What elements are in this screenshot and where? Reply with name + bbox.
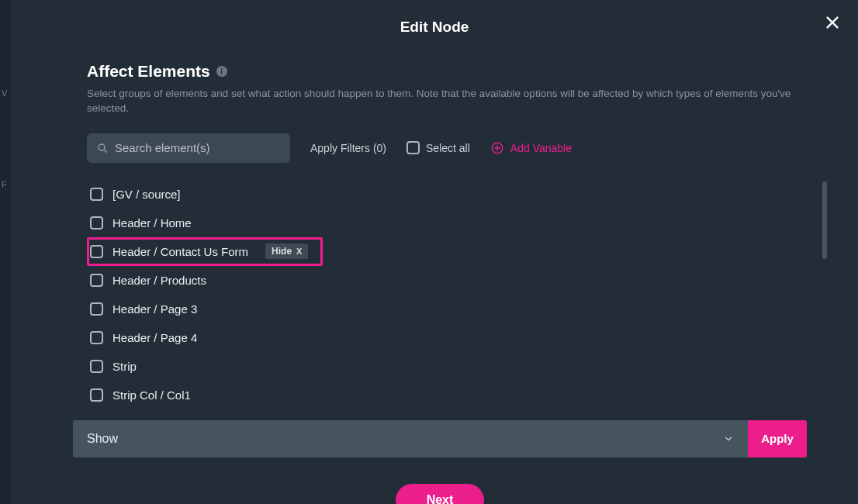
close-icon	[824, 14, 841, 31]
element-label: Header / Page 4	[112, 331, 197, 344]
element-label: Header / Contact Us Form	[112, 245, 248, 258]
close-button[interactable]	[824, 14, 841, 31]
section-description: Select groups of elements and set what a…	[87, 87, 793, 116]
apply-filters-button[interactable]: Apply Filters (0)	[310, 142, 386, 154]
element-list-item[interactable]: Header / Home	[87, 209, 793, 237]
select-all-checkbox[interactable]: Select all	[407, 141, 470, 154]
checkbox-icon[interactable]	[90, 245, 103, 258]
modal-header: Edit Node	[11, 0, 858, 36]
info-icon[interactable]: i	[216, 66, 227, 77]
select-all-label: Select all	[426, 142, 470, 154]
background-letter: F	[2, 180, 7, 189]
background-letter: V	[2, 88, 7, 98]
action-row: Show Apply	[73, 420, 807, 457]
element-list-item[interactable]: Header / Page 4	[87, 323, 793, 352]
element-label: [GV / source]	[112, 188, 181, 201]
element-label: Header / Products	[112, 274, 206, 287]
element-label: Strip	[112, 360, 137, 373]
checkbox-icon[interactable]	[90, 216, 103, 230]
element-label: Strip Col / Col1	[112, 388, 191, 402]
element-list-item[interactable]: Strip	[87, 352, 793, 381]
checkbox-icon[interactable]	[90, 302, 103, 316]
svg-line-1	[104, 150, 106, 152]
element-list-item[interactable]: Header / Contact Us FormHideX	[87, 237, 323, 266]
element-list-item[interactable]: [GV / source]	[87, 180, 793, 209]
edit-node-modal: Edit Node Affect Elements i Select group…	[11, 0, 858, 504]
controls-row: Apply Filters (0) Select all Add Variabl…	[87, 133, 793, 163]
add-variable-button[interactable]: Add Variable	[490, 141, 572, 155]
search-icon	[96, 142, 109, 154]
next-button[interactable]: Next	[396, 484, 485, 504]
checkbox-icon	[407, 141, 420, 154]
elements-list: [GV / source]Header / HomeHeader / Conta…	[87, 180, 793, 409]
section-title-text: Affect Elements	[87, 62, 210, 81]
action-select[interactable]: Show	[73, 420, 748, 457]
action-badge[interactable]: HideX	[265, 243, 308, 259]
add-variable-label: Add Variable	[510, 142, 572, 154]
checkbox-icon[interactable]	[90, 360, 103, 373]
plus-circle-icon	[490, 141, 504, 155]
badge-label: Hide	[272, 246, 292, 257]
checkbox-icon[interactable]	[90, 188, 103, 201]
modal-footer: Next	[87, 484, 793, 504]
element-label: Header / Page 3	[112, 302, 197, 316]
search-input-wrapper[interactable]	[87, 133, 290, 163]
element-list-item[interactable]: Header / Products	[87, 266, 793, 295]
element-list-item[interactable]: Header / Page 3	[87, 295, 793, 323]
modal-content: Affect Elements i Select groups of eleme…	[11, 36, 858, 504]
action-select-value: Show	[87, 432, 118, 446]
checkbox-icon[interactable]	[90, 388, 103, 402]
apply-button[interactable]: Apply	[748, 420, 807, 457]
checkbox-icon[interactable]	[90, 331, 103, 344]
element-label: Header / Home	[112, 216, 192, 230]
modal-title: Edit Node	[11, 19, 858, 36]
elements-list-wrapper: [GV / source]Header / HomeHeader / Conta…	[87, 180, 793, 409]
chevron-down-icon	[723, 433, 734, 444]
search-input[interactable]	[115, 141, 281, 154]
element-list-item[interactable]: Strip Col / Col1	[87, 381, 793, 409]
section-title: Affect Elements i	[87, 62, 793, 81]
badge-remove-icon[interactable]: X	[296, 247, 302, 256]
checkbox-icon[interactable]	[90, 274, 103, 287]
scrollbar[interactable]	[822, 181, 827, 259]
